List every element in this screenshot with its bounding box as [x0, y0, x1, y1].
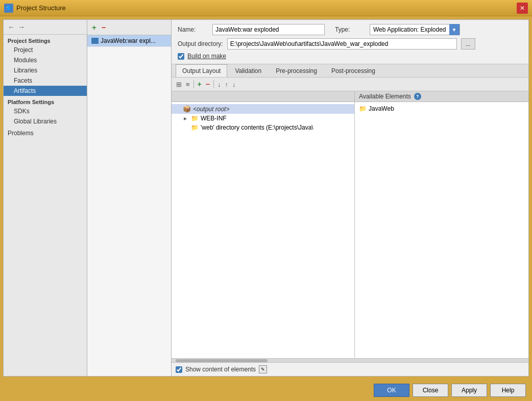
show-packages-button[interactable]: ⊞: [175, 79, 183, 89]
tab-pre-processing[interactable]: Pre-processing: [269, 64, 324, 77]
extract-button[interactable]: ↓: [216, 79, 223, 89]
problems-section: Problems: [4, 127, 87, 140]
browse-button[interactable]: ...: [461, 38, 475, 49]
root-icon: 📦: [183, 105, 191, 113]
type-label: Type:: [335, 26, 366, 33]
show-list-button[interactable]: ≡: [184, 79, 191, 89]
dialog-title: Project Structure: [16, 4, 66, 12]
artifact-list-panel: + − JavaWeb:war expl...: [87, 19, 172, 377]
avail-item-javaweb[interactable]: 📁 JavaWeb: [355, 104, 528, 113]
output-tree: 📦 <output root> ▶ 📁 WEB-INF 📁: [172, 102, 355, 358]
tree-column-header: [172, 91, 355, 102]
title-bar-left: 🔷 Project Structure: [4, 4, 66, 13]
move-up-button[interactable]: ↑: [223, 79, 230, 89]
toolbar-separator-1: [194, 80, 194, 88]
artifact-list: JavaWeb:war expl...: [87, 35, 171, 367]
tree-item-webinf[interactable]: ▶ 📁 WEB-INF: [172, 114, 354, 123]
available-elements-header: Available Elements ?: [355, 91, 528, 102]
output-dir-label: Output directory:: [178, 40, 223, 47]
sidebar-item-facets[interactable]: Facets: [4, 76, 87, 86]
tab-output-layout[interactable]: Output Layout: [176, 64, 227, 77]
type-value: Web Application: Exploded: [370, 25, 449, 34]
type-dropdown[interactable]: Web Application: Exploded ▼: [370, 24, 460, 35]
sidebar-item-global-libraries[interactable]: Global Libraries: [4, 116, 87, 127]
tabs-bar: Output Layout Validation Pre-processing …: [172, 64, 528, 78]
remove-element-button[interactable]: −: [204, 79, 211, 89]
artifact-item[interactable]: JavaWeb:war expl...: [87, 35, 171, 47]
name-row: Name: Type: Web Application: Exploded ▼: [178, 24, 522, 35]
webinf-arrow: ▶: [184, 116, 189, 121]
web-label: 'web' directory contents (E:\projects\Ja…: [201, 124, 313, 131]
add-element-button[interactable]: +: [196, 79, 203, 89]
columns-header: Available Elements ?: [172, 91, 528, 102]
platform-settings-header: Platform Settings: [4, 96, 87, 106]
sidebar-nav: ← →: [4, 20, 87, 35]
sidebar-item-modules[interactable]: Modules: [4, 55, 87, 65]
output-toolbar: ⊞ ≡ + − ↓ ↑ ↓: [172, 78, 528, 91]
main-area: ← → Project Settings Project Modules Lib…: [3, 19, 529, 377]
help-button[interactable]: Help: [490, 384, 526, 397]
bottom-bar: OK Close Apply Help: [0, 380, 532, 401]
webinf-label: WEB-INF: [201, 115, 227, 122]
sidebar: ← → Project Settings Project Modules Lib…: [3, 19, 87, 377]
output-layout-panel: ⊞ ≡ + − ↓ ↑ ↓ Available Elem: [172, 78, 528, 376]
close-button[interactable]: ✕: [517, 3, 528, 14]
output-dir-row: Output directory: ...: [178, 38, 522, 49]
tree-item-root[interactable]: 📦 <output root>: [172, 104, 354, 114]
build-on-make-checkbox[interactable]: [178, 53, 184, 60]
show-content-checkbox[interactable]: [176, 366, 182, 373]
edit-icon[interactable]: ✎: [259, 365, 267, 373]
dialog-content: ← → Project Settings Project Modules Lib…: [0, 16, 532, 380]
show-content-bar: Show content of elements ✎: [172, 362, 528, 376]
build-on-make-row: Build on make: [178, 53, 522, 60]
dialog-icon: 🔷: [4, 4, 13, 13]
remove-artifact-button[interactable]: −: [100, 22, 108, 32]
name-label: Name:: [178, 26, 208, 33]
sidebar-item-sdks[interactable]: SDKs: [4, 106, 87, 116]
tab-validation[interactable]: Validation: [228, 64, 268, 77]
output-dir-input[interactable]: [227, 38, 457, 49]
project-structure-dialog: 🔷 Project Structure ✕ ← → Project Settin…: [0, 0, 532, 401]
output-columns: 📦 <output root> ▶ 📁 WEB-INF 📁: [172, 102, 528, 358]
webinf-icon: 📁: [191, 115, 199, 122]
close-dialog-button[interactable]: Close: [413, 384, 448, 397]
javaweb-label: JavaWeb: [369, 105, 394, 112]
title-bar: 🔷 Project Structure ✕: [0, 0, 532, 16]
help-icon[interactable]: ?: [414, 93, 421, 100]
horizontal-scrollbar[interactable]: [172, 358, 528, 362]
ok-button[interactable]: OK: [374, 384, 409, 397]
properties-section: Name: Type: Web Application: Exploded ▼ …: [172, 20, 528, 64]
tab-post-processing[interactable]: Post-processing: [325, 64, 382, 77]
move-down-button[interactable]: ↓: [231, 79, 237, 89]
javaweb-icon: 📁: [359, 105, 367, 112]
root-label: <output root>: [193, 106, 229, 113]
build-on-make-label[interactable]: Build on make: [187, 53, 226, 60]
web-icon: 📁: [191, 124, 199, 131]
project-settings-header: Project Settings: [4, 35, 87, 45]
add-artifact-button[interactable]: +: [90, 22, 98, 32]
available-elements-panel: 📁 JavaWeb: [355, 102, 528, 358]
sidebar-item-libraries[interactable]: Libraries: [4, 65, 87, 76]
apply-button[interactable]: Apply: [451, 384, 487, 397]
toolbar-separator-2: [213, 80, 214, 88]
type-dropdown-button[interactable]: ▼: [449, 24, 460, 35]
back-button[interactable]: ←: [7, 22, 16, 32]
artifact-icon: [91, 38, 99, 44]
sidebar-item-artifacts[interactable]: Artifacts: [4, 86, 87, 96]
show-content-label[interactable]: Show content of elements: [185, 366, 256, 373]
artifact-list-toolbar: + −: [87, 20, 171, 35]
name-input[interactable]: [212, 24, 325, 35]
right-panel: Name: Type: Web Application: Exploded ▼ …: [172, 19, 529, 377]
forward-button[interactable]: →: [17, 22, 26, 32]
tree-item-web-contents[interactable]: 📁 'web' directory contents (E:\projects\…: [172, 123, 354, 132]
sidebar-item-project[interactable]: Project: [4, 45, 87, 55]
